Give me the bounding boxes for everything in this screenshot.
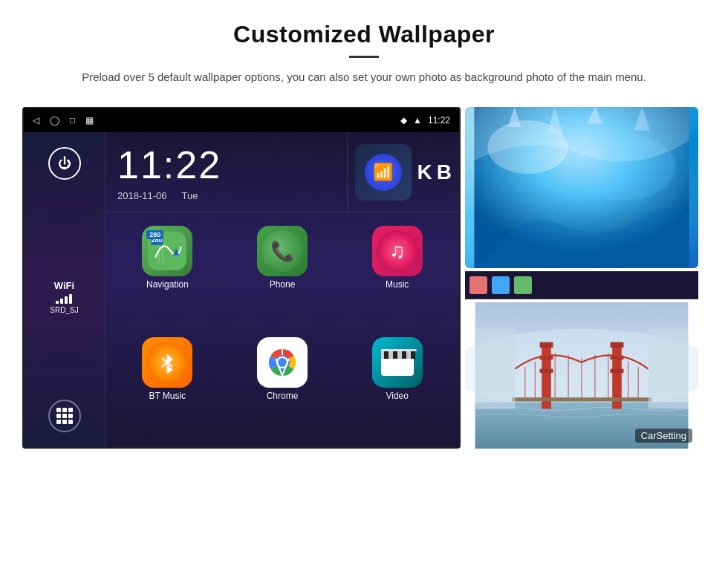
wifi-widget[interactable]: 📶 — [355, 144, 412, 201]
main-display: 11:22 2018-11-06 Tue 📶 K — [105, 132, 459, 447]
location-icon: ◆ — [400, 115, 407, 126]
left-sidebar: ⏻ WiFi SRD_SJ — [24, 132, 105, 447]
map-sign: 280 — [146, 230, 163, 239]
navigation-label: Navigation — [146, 279, 189, 290]
page-header: Customized Wallpaper Preload over 5 defa… — [0, 0, 728, 98]
video-label: Video — [386, 391, 408, 401]
svg-rect-47 — [512, 397, 651, 401]
app-item-music[interactable]: ♫ Music — [341, 220, 453, 328]
wifi-ssid: SRD_SJ — [50, 306, 78, 314]
back-icon[interactable]: ◁ — [33, 115, 39, 126]
wifi-wave-icon: 📶 — [373, 163, 393, 182]
app-grid: 280 280 Navigation — [105, 212, 459, 447]
status-bar-right: ◆ ▲ 11:22 — [400, 115, 450, 126]
android-screen: ◁ ◯ □ ▦ ◆ ▲ 11:22 ⏻ WiFi — [22, 107, 461, 449]
wifi-info: WiFi SRD_SJ — [50, 280, 78, 314]
swatch-blue — [492, 276, 510, 294]
chrome-label: Chrome — [267, 391, 299, 401]
music-circle: ♫ — [377, 230, 418, 272]
wifi-label: WiFi — [50, 280, 78, 291]
title-divider — [349, 56, 379, 58]
power-icon: ⏻ — [58, 156, 71, 172]
home-icon[interactable]: ◯ — [50, 115, 59, 126]
svg-rect-49 — [649, 329, 689, 409]
clock-time: 11:22 — [117, 146, 335, 184]
bridge-svg — [465, 302, 698, 449]
bluetooth-icon — [156, 351, 178, 374]
svg-rect-34 — [540, 368, 553, 372]
sidebar-top: ⏻ — [48, 147, 81, 180]
phone-label: Phone — [270, 279, 296, 290]
music-icon: ♫ — [372, 226, 423, 276]
btmusic-inner — [146, 342, 188, 383]
signal-bar-2 — [60, 299, 63, 304]
overview-icon[interactable]: □ — [70, 115, 75, 126]
app-grid-button[interactable] — [48, 400, 81, 432]
media-icons: K B — [417, 160, 452, 184]
media-letter-k: K — [417, 160, 432, 184]
power-button[interactable]: ⏻ — [48, 147, 81, 180]
day-value: Tue — [182, 190, 198, 201]
grid-icon — [56, 408, 73, 424]
svg-rect-32 — [540, 342, 553, 348]
app-item-video[interactable]: Video — [341, 331, 453, 440]
carsetting-label: CarSetting — [635, 429, 692, 443]
widget-section: 📶 K B — [348, 132, 459, 212]
svg-rect-48 — [475, 329, 516, 409]
btmusic-label: BT Music — [149, 391, 186, 401]
screen-body: ⏻ WiFi SRD_SJ — [24, 132, 459, 447]
wallpaper-bridge[interactable]: CarSetting — [465, 302, 698, 449]
svg-rect-35 — [611, 342, 624, 348]
status-time: 11:22 — [428, 115, 450, 126]
photo-icon[interactable]: ▦ — [85, 115, 94, 126]
signal-bar-1 — [56, 301, 59, 304]
clock-date: 2018-11-06 Tue — [117, 190, 335, 201]
video-icon — [372, 337, 423, 388]
status-bar: ◁ ◯ □ ▦ ◆ ▲ 11:22 — [24, 108, 459, 132]
app-item-chrome[interactable]: Chrome — [227, 331, 339, 440]
signal-bar-4 — [69, 294, 72, 304]
app-item-btmusic[interactable]: BT Music — [111, 331, 224, 440]
phone-icon: 📞 — [257, 226, 308, 276]
swatch-red — [469, 276, 487, 294]
signal-bar-3 — [65, 296, 68, 304]
main-content: ◁ ◯ □ ▦ ◆ ▲ 11:22 ⏻ WiFi — [0, 107, 728, 449]
wifi-signal — [50, 293, 78, 304]
svg-rect-37 — [611, 368, 624, 372]
date-value: 2018-11-06 — [117, 190, 167, 201]
navigation-icon: 280 280 — [142, 226, 192, 276]
middle-strip — [465, 271, 698, 299]
clock-section: 11:22 2018-11-06 Tue — [105, 132, 348, 212]
app-item-phone[interactable]: 📞 Phone — [227, 220, 339, 328]
right-panel: CarSetting — [461, 107, 698, 449]
media-letter-b: B — [437, 160, 452, 184]
music-label: Music — [386, 279, 409, 290]
chrome-icon — [257, 337, 308, 388]
wifi-status-icon: ▲ — [413, 115, 422, 126]
app-item-navigation[interactable]: 280 280 Navigation — [111, 220, 224, 328]
btmusic-icon — [142, 337, 192, 388]
page-description: Preload over 5 default wallpaper options… — [59, 68, 669, 86]
status-bar-left: ◁ ◯ □ ▦ — [33, 115, 94, 126]
ice-svg — [465, 107, 698, 268]
top-section: 11:22 2018-11-06 Tue 📶 K — [105, 132, 459, 212]
phone-circle: 📞 — [261, 230, 303, 272]
wallpaper-ice-cave[interactable] — [465, 107, 698, 268]
page-title: Customized Wallpaper — [59, 21, 669, 48]
ice-texture — [465, 107, 698, 268]
clapperboard-svg — [378, 346, 417, 379]
wifi-circle-icon: 📶 — [365, 154, 402, 191]
chrome-svg — [263, 343, 302, 382]
svg-rect-18 — [381, 349, 417, 351]
swatch-green — [514, 276, 532, 294]
